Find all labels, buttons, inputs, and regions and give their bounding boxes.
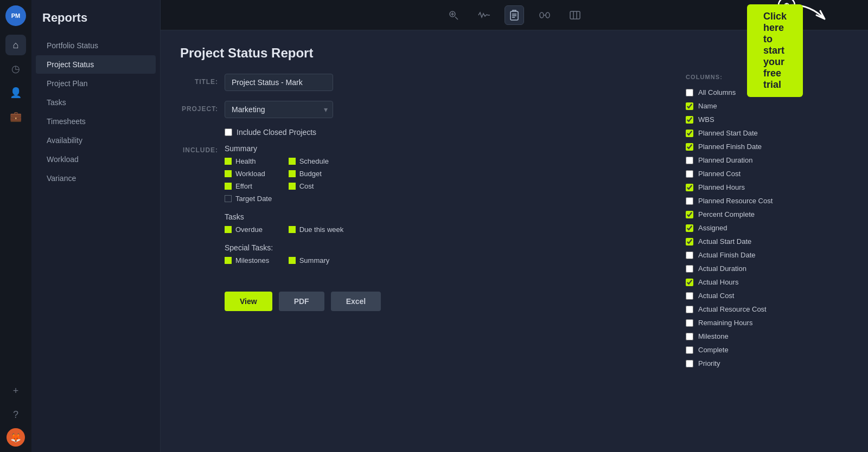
columns-layout-icon[interactable] <box>565 5 585 25</box>
summary2-item: Summary <box>289 256 344 264</box>
cost-label: Cost <box>299 182 314 190</box>
title-label: TITLE: <box>180 74 218 86</box>
milestones-label: Milestones <box>235 256 269 264</box>
target-date-check-icon <box>225 195 232 202</box>
col-label-actual-duration: Actual Duration <box>698 264 746 273</box>
col-checkbox-actual-hours[interactable] <box>686 279 693 286</box>
budget-item: Budget <box>289 170 344 178</box>
project-select[interactable]: Marketing Development Design <box>225 101 333 118</box>
col-item-assigned: Assigned <box>686 221 843 235</box>
col-checkbox-planned-resource-cost[interactable] <box>686 197 693 205</box>
col-checkbox-assigned[interactable] <box>686 224 693 232</box>
col-item-percent-complete: Percent Complete <box>686 208 843 221</box>
pdf-button[interactable]: PDF <box>279 292 324 311</box>
effort-check-icon <box>225 183 232 190</box>
col-checkbox-wbs[interactable] <box>686 116 693 124</box>
nav-clock-icon[interactable]: ◷ <box>5 59 26 79</box>
clipboard-icon[interactable] <box>505 5 524 25</box>
overdue-item: Overdue <box>225 225 280 234</box>
col-item-remaining-hours: Remaining Hours <box>686 316 843 330</box>
col-checkbox-name[interactable] <box>686 102 693 110</box>
col-checkbox-actual-duration[interactable] <box>686 265 693 273</box>
view-button[interactable]: View <box>225 292 272 311</box>
sidebar-item-project-status[interactable]: Project Status <box>36 55 156 74</box>
link-icon[interactable] <box>535 5 554 25</box>
col-checkbox-milestone[interactable] <box>686 333 693 340</box>
sidebar-item-availability[interactable]: Availability <box>36 131 156 150</box>
col-label-planned-cost: Planned Cost <box>698 170 741 178</box>
main-area: ⊕ Click here to start your free trial Pr… <box>161 0 868 452</box>
svg-line-1 <box>455 17 458 20</box>
toolbar: ⊕ Click here to start your free trial <box>161 0 868 30</box>
sidebar-item-timesheets[interactable]: Timesheets <box>36 112 156 131</box>
overdue-label: Overdue <box>235 225 263 234</box>
col-label-percent-complete: Percent Complete <box>698 210 755 218</box>
col-checkbox-planned-start-date[interactable] <box>686 130 693 137</box>
col-checkbox-planned-cost[interactable] <box>686 170 693 178</box>
excel-button[interactable]: Excel <box>331 292 381 311</box>
col-checkbox-actual-cost[interactable] <box>686 292 693 300</box>
col-checkbox-planned-hours[interactable] <box>686 184 693 191</box>
nav-users-icon[interactable]: 👤 <box>5 82 26 103</box>
columns-scroll[interactable]: All Columns NameWBSPlanned Start DatePla… <box>686 86 848 367</box>
col-item-actual-finish-date: Actual Finish Date <box>686 248 843 262</box>
col-item-wbs: WBS <box>686 113 843 126</box>
col-label-complete: Complete <box>698 346 729 354</box>
col-checkbox-priority[interactable] <box>686 360 693 367</box>
col-checkbox-percent-complete[interactable] <box>686 211 693 218</box>
col-checkbox-remaining-hours[interactable] <box>686 319 693 327</box>
columns-list: NameWBSPlanned Start DatePlanned Finish … <box>686 99 843 367</box>
col-item-planned-start-date: Planned Start Date <box>686 126 843 140</box>
col-label-planned-resource-cost: Planned Resource Cost <box>698 197 773 205</box>
all-columns-label: All Columns <box>698 88 736 96</box>
columns-panel: COLUMNS: All Columns NameWBSPlanned Star… <box>686 74 848 367</box>
svg-rect-9 <box>546 12 550 18</box>
app-logo[interactable]: PM <box>5 5 26 26</box>
include-closed-checkbox[interactable] <box>225 128 232 136</box>
all-columns-checkbox[interactable] <box>686 89 693 96</box>
col-item-priority: Priority <box>686 357 843 367</box>
target-date-item: Target Date <box>225 195 280 203</box>
title-row: TITLE: <box>180 74 664 91</box>
tasks-heading: Tasks <box>225 212 343 221</box>
overdue-check-icon <box>225 226 232 233</box>
tasks-grid: Overdue Due this week <box>225 225 343 234</box>
nav-add-icon[interactable]: + <box>5 380 26 401</box>
col-checkbox-actual-start-date[interactable] <box>686 238 693 246</box>
col-checkbox-planned-duration[interactable] <box>686 157 693 164</box>
col-checkbox-complete[interactable] <box>686 346 693 354</box>
nav-help-icon[interactable]: ? <box>5 404 26 425</box>
title-input[interactable] <box>225 74 333 91</box>
sidebar-item-project-plan[interactable]: Project Plan <box>36 74 156 93</box>
col-label-planned-hours: Planned Hours <box>698 183 745 191</box>
due-this-week-check-icon <box>289 226 296 233</box>
due-this-week-item: Due this week <box>289 225 344 234</box>
budget-check-icon <box>289 170 296 177</box>
col-item-actual-resource-cost: Actual Resource Cost <box>686 302 843 316</box>
nav-home-icon[interactable]: ⌂ <box>5 35 26 55</box>
project-label: PROJECT: <box>180 101 218 113</box>
sidebar-item-tasks[interactable]: Tasks <box>36 93 156 112</box>
sidebar-item-workload[interactable]: Workload <box>36 150 156 169</box>
user-avatar[interactable]: 🦊 <box>7 428 25 447</box>
special-tasks-heading: Special Tasks: <box>225 243 343 252</box>
sidebar-item-variance[interactable]: Variance <box>36 169 156 188</box>
include-closed-row: Include Closed Projects <box>180 128 664 137</box>
waveform-icon[interactable] <box>474 5 494 25</box>
health-label: Health <box>235 157 256 165</box>
free-trial-banner[interactable]: Click here to start your free trial <box>747 4 803 97</box>
col-checkbox-actual-resource-cost[interactable] <box>686 306 693 313</box>
milestones-item: Milestones <box>225 256 280 264</box>
col-label-planned-start-date: Planned Start Date <box>698 129 758 137</box>
nav-briefcase-icon[interactable]: 💼 <box>5 106 26 127</box>
col-checkbox-planned-finish-date[interactable] <box>686 143 693 151</box>
col-checkbox-actual-finish-date[interactable] <box>686 251 693 259</box>
sidebar-item-portfolio-status[interactable]: Portfolio Status <box>36 36 156 55</box>
col-item-planned-finish-date: Planned Finish Date <box>686 140 843 153</box>
zoom-icon[interactable] <box>444 5 463 25</box>
col-label-actual-resource-cost: Actual Resource Cost <box>698 305 767 313</box>
effort-item: Effort <box>225 182 280 190</box>
effort-label: Effort <box>235 182 252 190</box>
col-label-planned-duration: Planned Duration <box>698 156 752 164</box>
col-label-name: Name <box>698 102 717 110</box>
